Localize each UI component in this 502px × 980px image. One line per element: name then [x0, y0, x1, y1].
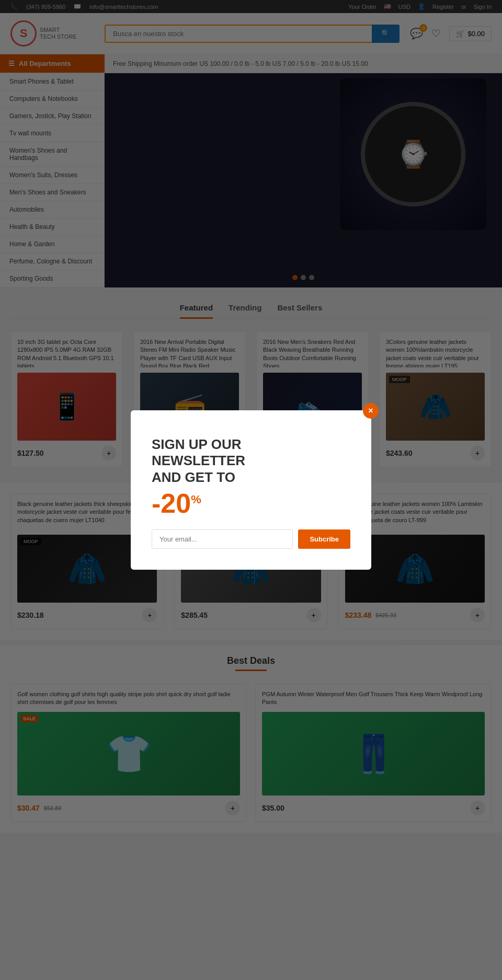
modal-heading: SIGN UP OUR NEWSLETTER AND GET TO [152, 436, 350, 486]
newsletter-form: Subcribe [152, 529, 350, 549]
modal-close-button[interactable]: × [363, 403, 379, 419]
newsletter-email-input[interactable] [152, 529, 293, 549]
newsletter-modal: × SIGN UP OUR NEWSLETTER AND GET TO -20%… [131, 410, 371, 570]
subscribe-button[interactable]: Subcribe [298, 529, 350, 549]
modal-discount: -20% [152, 490, 350, 517]
newsletter-overlay[interactable]: × SIGN UP OUR NEWSLETTER AND GET TO -20%… [0, 0, 502, 980]
